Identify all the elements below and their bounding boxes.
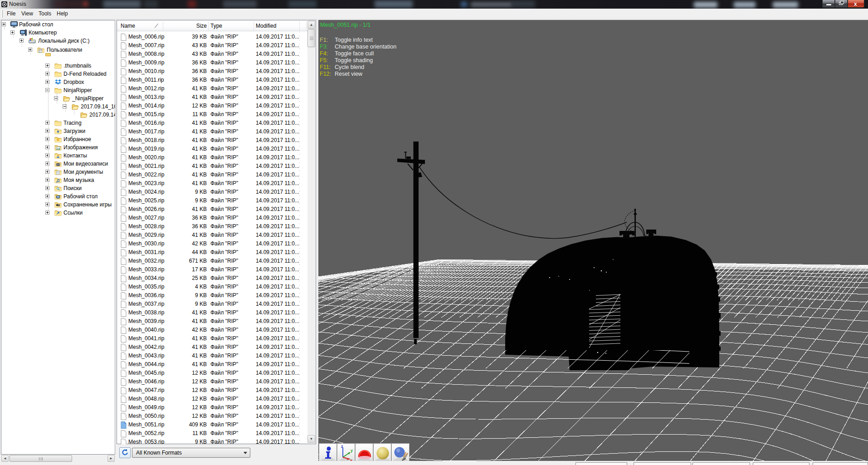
- svg-text:z: z: [341, 444, 343, 449]
- svg-text:y: y: [351, 448, 353, 453]
